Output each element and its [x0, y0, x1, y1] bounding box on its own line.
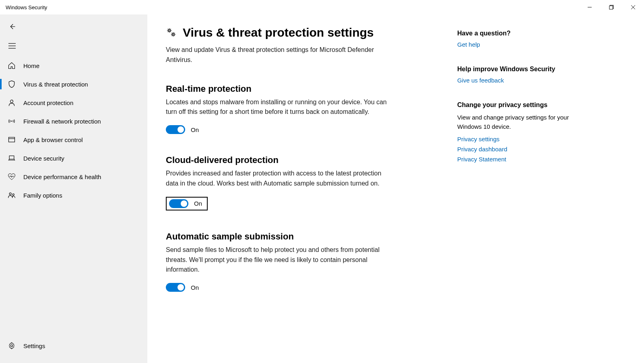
home-icon: [7, 61, 16, 70]
sidebar-item-label: Firewall & network protection: [23, 118, 101, 125]
sidebar-item-label: Virus & threat protection: [23, 81, 88, 88]
privacy-dashboard-link[interactable]: Privacy dashboard: [457, 146, 578, 153]
aside-title: Help improve Windows Security: [457, 66, 578, 73]
window-title: Windows Security: [6, 4, 47, 10]
svg-point-10: [11, 121, 12, 122]
sample-toggle[interactable]: [166, 283, 185, 292]
aside: Have a question? Get help Help improve W…: [457, 26, 578, 363]
aside-improve: Help improve Windows Security Give us fe…: [457, 66, 578, 84]
sidebar-item-settings[interactable]: Settings: [0, 336, 147, 355]
person-icon: [7, 98, 16, 107]
svg-point-18: [172, 33, 174, 35]
back-button[interactable]: [2, 17, 22, 36]
svg-point-15: [12, 194, 14, 195]
aside-privacy: Change your privacy settings View and ch…: [457, 101, 578, 163]
sidebar-item-firewall[interactable]: Firewall & network protection: [0, 112, 147, 130]
svg-point-16: [11, 345, 13, 347]
sidebar-item-virus[interactable]: Virus & threat protection: [0, 75, 147, 93]
section-cloud: Cloud-delivered protection Provides incr…: [166, 155, 440, 210]
sidebar-item-family[interactable]: Family options: [0, 186, 147, 204]
page-title: Virus & threat protection settings: [183, 26, 374, 39]
section-sample: Automatic sample submission Send sample …: [166, 231, 440, 292]
get-help-link[interactable]: Get help: [457, 41, 578, 48]
section-realtime: Real-time protection Locates and stops m…: [166, 84, 440, 134]
sidebar-item-home[interactable]: Home: [0, 56, 147, 75]
maximize-button[interactable]: [601, 0, 622, 14]
privacy-settings-link[interactable]: Privacy settings: [457, 136, 578, 142]
sidebar-item-label: Device performance & health: [23, 173, 101, 180]
sidebar-item-device-security[interactable]: Device security: [0, 149, 147, 167]
sidebar-item-app-browser[interactable]: App & browser control: [0, 130, 147, 149]
aside-title: Change your privacy settings: [457, 101, 578, 109]
section-desc: Locates and stops malware from installin…: [166, 97, 391, 118]
main-content: Virus & threat protection settings View …: [147, 14, 644, 363]
svg-rect-11: [9, 137, 15, 142]
antenna-icon: [7, 117, 16, 126]
section-title: Real-time protection: [166, 84, 440, 94]
titlebar: Windows Security: [0, 0, 644, 14]
svg-rect-2: [609, 6, 613, 10]
sidebar-item-label: Account protection: [23, 99, 73, 106]
window-icon: [7, 135, 16, 144]
window-controls: [579, 0, 644, 14]
sidebar-item-label: Family options: [23, 192, 62, 199]
gears-icon: [166, 27, 176, 39]
heart-icon: [7, 172, 16, 181]
cloud-toggle[interactable]: [169, 199, 188, 208]
aside-question: Have a question? Get help: [457, 30, 578, 48]
sidebar: Home Virus & threat protection Account p…: [0, 14, 147, 363]
section-desc: Provides increased and faster protection…: [166, 169, 391, 189]
page-subtitle: View and update Virus & threat protectio…: [166, 45, 391, 65]
realtime-toggle[interactable]: [166, 125, 185, 134]
svg-rect-13: [9, 156, 14, 159]
people-icon: [7, 191, 16, 200]
section-desc: Send sample files to Microsoft to help p…: [166, 245, 391, 275]
section-title: Cloud-delivered protection: [166, 155, 440, 165]
minimize-button[interactable]: [579, 0, 601, 14]
sidebar-item-label: Settings: [23, 342, 45, 349]
sidebar-item-device-health[interactable]: Device performance & health: [0, 167, 147, 186]
shield-icon: [7, 80, 16, 89]
sidebar-item-account[interactable]: Account protection: [0, 93, 147, 112]
section-title: Automatic sample submission: [166, 231, 440, 242]
sidebar-item-label: Home: [23, 62, 39, 69]
laptop-icon: [7, 154, 16, 163]
toggle-state-label: On: [191, 126, 199, 133]
svg-point-17: [169, 29, 170, 31]
toggle-state-label: On: [194, 200, 202, 207]
privacy-statement-link[interactable]: Privacy Statement: [457, 156, 578, 163]
close-button[interactable]: [622, 0, 644, 14]
feedback-link[interactable]: Give us feedback: [457, 77, 578, 84]
aside-desc: View and change privacy settings for you…: [457, 113, 578, 132]
gear-icon: [7, 341, 16, 350]
sidebar-item-label: Device security: [23, 155, 64, 162]
toggle-state-label: On: [191, 284, 199, 291]
hamburger-button[interactable]: [2, 38, 22, 54]
svg-point-9: [10, 100, 13, 103]
aside-title: Have a question?: [457, 30, 578, 37]
sidebar-item-label: App & browser control: [23, 136, 83, 143]
svg-point-14: [9, 193, 11, 195]
